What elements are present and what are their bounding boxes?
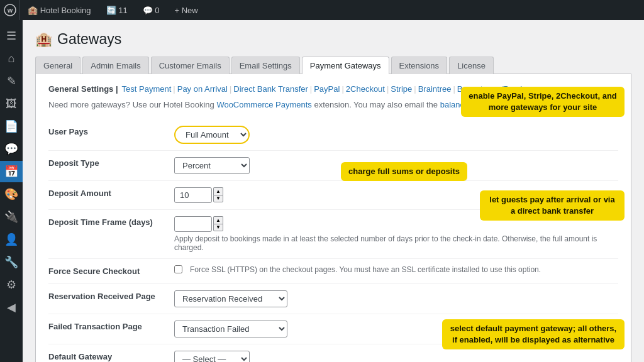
wrap: 🏨 Gateways General Admin Emails Customer… [23,20,644,362]
svg-text:W: W [7,8,13,14]
tab-extensions[interactable]: Extensions [391,57,448,74]
tabs-wrapper: General Admin Emails Customer Emails Ema… [35,57,631,74]
admin-bar: W 🏨 Hotel Booking 🔄 11 💬 0 + New [0,0,644,20]
sidebar-collapse[interactable]: ◀ [0,297,23,318]
admin-sidebar: ☰ ⌂ ✎ 🖼 📄 💬 📅 🎨 🔌 👤 🔧 ⚙ ◀ [0,20,23,362]
sidebar-settings[interactable]: ⚙ [0,274,23,295]
user-pays-label: User Pays [48,127,88,136]
force-secure-label: Force Secure Checkout [48,266,140,276]
subtabs: General Settings | Test Payment | Pay on… [48,84,618,94]
page-header: 🏨 Gateways [35,30,631,49]
user-pays-select[interactable]: Full Amount Deposit [174,126,250,144]
sidebar-users[interactable]: 👤 [0,229,23,250]
deposit-type-label: Deposit Type [48,158,99,168]
subtab-2checkout[interactable]: 2Checkout [346,84,385,94]
tab-general[interactable]: General [35,57,80,74]
info-suffix: link to your guests. [534,100,602,109]
default-gateway-label: Default Gateway [48,352,112,361]
sidebar-pages[interactable]: 📄 [0,116,23,137]
subtab-braintree[interactable]: Braintree [418,84,452,94]
deposit-amount-input[interactable] [174,187,212,203]
subtab-bambora[interactable]: Beanstream/Bambora [457,84,536,94]
subtab-direct-bank[interactable]: Direct Bank Transfer [233,84,308,94]
timeframe-spinners: ▲ ▼ [213,216,223,231]
deposit-timeframe-row: Deposit Time Frame (days) ▲ ▼ Apply depo… [48,209,618,258]
new-label: + New [175,6,198,15]
user-pays-row: User Pays Full Amount Deposit [48,119,618,151]
tab-admin-emails[interactable]: Admin Emails [82,57,148,74]
woocommerce-link[interactable]: WooCommerce Payments [216,100,311,109]
default-gateway-select[interactable]: — Select — [174,351,250,362]
tab-payment-gateways[interactable]: Payment Gateways [302,57,389,74]
deposit-timeframe-spinner: ▲ ▼ [174,216,618,232]
site-name: Hotel Booking [40,6,91,15]
page-title: Gateways [57,30,121,49]
timeframe-up[interactable]: ▲ [213,216,223,224]
deposit-timeframe-desc: Apply deposit to bookings made in at lea… [174,234,618,252]
deposit-amount-spinners: ▲ ▼ [213,187,223,202]
default-gateway-row: Default Gateway — Select — [48,344,618,362]
reservation-page-row: Reservation Received Page Reservation Re… [48,283,618,314]
sidebar-posts[interactable]: ✎ [0,70,23,92]
sidebar-media[interactable]: 🖼 [0,93,23,114]
updates-item[interactable]: 🔄 11 [99,0,135,20]
sidebar-tools[interactable]: 🔧 [0,251,23,273]
comments-item[interactable]: 💬 0 [135,0,167,20]
wp-logo[interactable]: W [0,0,20,20]
sidebar-menu-toggle[interactable]: ☰ [0,25,23,47]
sidebar-hotel-booking[interactable]: 📅 [0,161,23,182]
reservation-page-label: Reservation Received Page [48,292,155,301]
deposit-type-select[interactable]: Percent Fixed [174,157,250,174]
subtab-pay-on-arrival[interactable]: Pay on Arrival [177,84,228,94]
subtab-test-payment[interactable]: Test Payment [122,84,172,94]
form-table: User Pays Full Amount Deposit Deposit Ty… [48,119,618,362]
timeframe-down[interactable]: ▼ [213,224,223,231]
deposit-amount-label: Deposit Amount [48,189,111,198]
force-secure-checkbox-label: Force SSL (HTTPS) on the checkout pages.… [174,265,618,274]
deposit-amount-row: Deposit Amount ▲ ▼ [48,180,618,209]
deposit-amount-up[interactable]: ▲ [213,187,223,195]
updates-count: 11 [118,6,127,15]
info-text: Need more gateways? Use our Hotel Bookin… [48,100,618,109]
tab-license[interactable]: License [449,57,494,74]
failed-page-select[interactable]: Transaction Failed [174,321,287,337]
failed-page-label: Failed Transaction Page [48,322,142,331]
force-secure-checkbox[interactable] [174,265,182,273]
deposit-type-row: Deposit Type Percent Fixed [48,150,618,180]
comments-icon: 💬 [143,6,153,15]
tab-customer-emails[interactable]: Customer Emails [151,57,230,74]
sidebar-appearance[interactable]: 🎨 [0,184,23,205]
new-item[interactable]: + New [167,0,206,20]
info-middle: extension. You may also email the [314,100,440,109]
sidebar-dashboard[interactable]: ⌂ [0,48,23,69]
failed-page-row: Failed Transaction Page Transaction Fail… [48,314,618,344]
subtabs-label: General Settings | [48,84,118,94]
info-prefix: Need more gateways? Use our Hotel Bookin… [48,100,216,109]
site-name-item[interactable]: 🏨 Hotel Booking [20,0,99,20]
deposit-amount-down[interactable]: ▼ [213,195,223,202]
deposit-timeframe-label: Deposit Time Frame (days) [48,217,153,227]
adminbar-items: 🏨 Hotel Booking 🔄 11 💬 0 + New [20,0,644,20]
deposit-timeframe-input[interactable] [174,216,212,232]
sidebar-plugins[interactable]: 🔌 [0,206,23,228]
page-title-icon: 🏨 [35,31,52,48]
subtab-stripe[interactable]: Stripe [391,84,412,94]
main-content: 🏨 Gateways General Admin Emails Customer… [23,20,644,362]
sidebar-comments[interactable]: 💬 [0,138,23,160]
deposit-amount-spinner: ▲ ▼ [174,187,618,203]
force-secure-desc: Force SSL (HTTPS) on the checkout pages.… [190,265,541,274]
comments-count: 0 [155,6,159,15]
settings-box: General Settings | Test Payment | Pay on… [35,74,631,362]
subtab-paypal[interactable]: PayPal [314,84,340,94]
force-secure-row: Force Secure Checkout Force SSL (HTTPS) … [48,258,618,283]
balance-payment-link[interactable]: balance payment request [440,100,532,109]
updates-icon: 🔄 [106,6,116,15]
reservation-page-select[interactable]: Reservation Received [174,290,287,307]
hotel-icon: 🏨 [28,6,38,15]
tab-email-settings[interactable]: Email Settings [231,57,300,74]
